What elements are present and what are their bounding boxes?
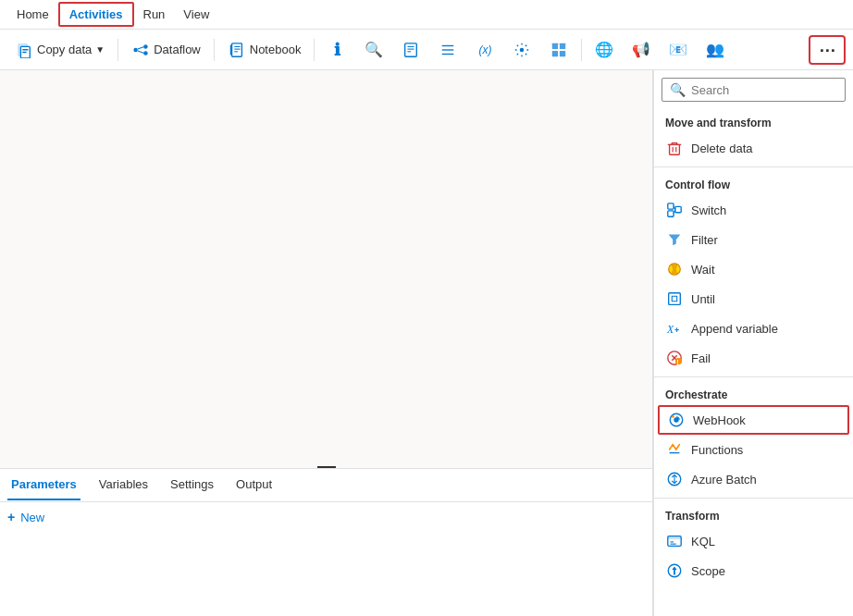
- search-icon: 🔍: [670, 82, 686, 97]
- copy-data-dropdown-icon: ▼: [95, 44, 105, 55]
- svg-point-21: [520, 47, 525, 52]
- email-button[interactable]: 📧: [661, 37, 695, 63]
- item-filter[interactable]: Filter: [654, 225, 853, 254]
- section-orchestrate: Orchestrate: [654, 381, 853, 405]
- svg-rect-9: [231, 43, 241, 55]
- canvas-area: Parameters Variables Settings Output + N…: [0, 70, 653, 616]
- azure-batch-icon: [665, 470, 684, 488]
- delete-data-label: Delete data: [691, 142, 753, 155]
- notebook-icon: [228, 41, 246, 59]
- wait-icon: [665, 260, 684, 278]
- section-move-transform: Move and transform: [654, 109, 853, 133]
- search-toolbar-button[interactable]: 🔍: [357, 37, 390, 63]
- svg-point-6: [143, 51, 148, 55]
- new-button[interactable]: + New: [0, 502, 652, 532]
- grid-button[interactable]: [542, 37, 575, 63]
- svg-text:+: +: [674, 326, 679, 335]
- section-control-flow: Control flow: [654, 171, 853, 195]
- item-fail[interactable]: ! Fail: [654, 343, 853, 373]
- notebook-label: Notebook: [250, 43, 302, 56]
- globe-button[interactable]: 🌐: [587, 37, 621, 63]
- azure-batch-label: Azure Batch: [691, 473, 757, 487]
- append-variable-label: Append variable: [691, 322, 778, 336]
- list-icon: [439, 41, 457, 59]
- list-button[interactable]: [431, 37, 464, 63]
- divider-3: [654, 498, 853, 499]
- section-transform: Transform: [654, 502, 853, 526]
- svg-text:!: !: [676, 358, 678, 366]
- wait-label: Wait: [691, 263, 715, 277]
- dataflow-button[interactable]: Dataflow: [124, 37, 208, 63]
- settings-icon: [513, 41, 531, 59]
- canvas-content[interactable]: [0, 70, 652, 468]
- bell-icon: 📢: [632, 41, 650, 59]
- scope-icon: [665, 561, 684, 580]
- new-label: New: [20, 511, 44, 524]
- more-button[interactable]: ⋯: [809, 35, 846, 65]
- menu-run[interactable]: Run: [134, 4, 175, 25]
- item-kql[interactable]: KQL: [654, 526, 853, 556]
- svg-rect-26: [670, 144, 680, 154]
- search-input[interactable]: [691, 83, 837, 97]
- svg-point-5: [143, 44, 148, 49]
- item-webhook[interactable]: WebHook: [658, 405, 849, 435]
- copy-data-button[interactable]: Copy data ▼: [7, 37, 112, 63]
- menu-home[interactable]: Home: [7, 4, 58, 25]
- webhook-icon: [667, 411, 686, 429]
- webhook-label: WebHook: [693, 413, 746, 427]
- svg-rect-22: [552, 43, 558, 48]
- svg-rect-31: [668, 211, 674, 216]
- scope-label: Scope: [691, 564, 725, 578]
- menu-view[interactable]: View: [174, 4, 218, 25]
- switch-icon: [665, 201, 684, 219]
- page-button[interactable]: [394, 37, 427, 63]
- toolbar-separator-2: [214, 39, 215, 61]
- item-wait[interactable]: Wait: [654, 254, 853, 284]
- bell-button[interactable]: 📢: [624, 37, 658, 63]
- variable-icon: (x): [476, 41, 494, 59]
- tab-settings[interactable]: Settings: [167, 470, 217, 500]
- item-azure-batch[interactable]: Azure Batch: [654, 464, 853, 494]
- item-append-variable[interactable]: X + Append variable: [654, 314, 853, 343]
- page-icon: [402, 41, 420, 59]
- settings-button[interactable]: [505, 37, 538, 63]
- notebook-button[interactable]: Notebook: [220, 37, 309, 63]
- svg-line-7: [138, 46, 143, 48]
- svg-line-8: [138, 50, 143, 52]
- item-functions[interactable]: Functions: [654, 435, 853, 464]
- main-layout: Parameters Variables Settings Output + N…: [0, 70, 853, 616]
- svg-rect-35: [669, 293, 681, 305]
- item-switch[interactable]: Switch: [654, 195, 853, 225]
- svg-text:X: X: [666, 324, 674, 336]
- variable-button[interactable]: (x): [468, 37, 501, 63]
- dataflow-label: Dataflow: [154, 43, 201, 56]
- menu-activities[interactable]: Activities: [58, 2, 134, 27]
- people-icon: 👥: [706, 41, 724, 59]
- tab-output[interactable]: Output: [232, 470, 276, 500]
- toolbar: Copy data ▼ Dataflow Noteb: [0, 30, 853, 70]
- item-until[interactable]: Until: [654, 284, 853, 314]
- dropdown-panel: 🔍 Move and transform Delete data Control…: [653, 70, 853, 616]
- tab-parameters[interactable]: Parameters: [7, 470, 80, 500]
- new-icon: +: [7, 510, 15, 524]
- append-variable-icon: X +: [665, 319, 684, 338]
- item-scope[interactable]: Scope: [654, 556, 853, 585]
- people-button[interactable]: 👥: [698, 37, 732, 63]
- kql-label: KQL: [691, 535, 715, 548]
- svg-point-4: [134, 47, 139, 52]
- toolbar-separator-1: [117, 39, 118, 61]
- search-box[interactable]: 🔍: [661, 78, 846, 102]
- tab-variables[interactable]: Variables: [95, 470, 152, 500]
- globe-icon: 🌐: [595, 41, 613, 59]
- fail-icon: !: [665, 349, 684, 367]
- info-button[interactable]: ℹ: [320, 37, 353, 63]
- functions-icon: [665, 440, 684, 459]
- filter-icon: [665, 230, 684, 249]
- search-toolbar-icon: 🔍: [365, 41, 383, 59]
- divider-1: [654, 166, 853, 167]
- svg-rect-23: [560, 43, 565, 48]
- dataflow-icon: [131, 41, 150, 59]
- bottom-panel: Parameters Variables Settings Output + N…: [0, 468, 652, 616]
- item-delete-data[interactable]: Delete data: [654, 133, 853, 163]
- grid-icon: [550, 41, 568, 59]
